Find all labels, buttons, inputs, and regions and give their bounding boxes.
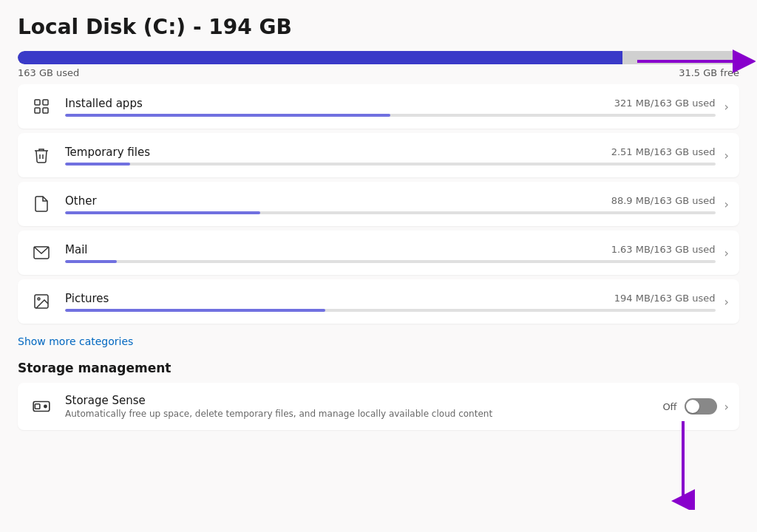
storage-sense-chevron: › — [724, 400, 729, 414]
page-container: Local Disk (C:) - 194 GB 163 GB used 31.… — [0, 0, 757, 532]
category-name-row: Installed apps 321 MB/163 GB used — [65, 97, 716, 110]
category-chevron: › — [724, 100, 729, 114]
page-title: Local Disk (C:) - 194 GB — [18, 15, 739, 39]
category-bar-track — [65, 211, 716, 214]
category-content: Mail 1.63 MB/163 GB used — [65, 243, 716, 263]
category-chevron: › — [724, 295, 729, 309]
show-more-categories[interactable]: Show more categories — [18, 335, 133, 347]
storage-used-label: 163 GB used — [18, 67, 79, 78]
category-name: Pictures — [65, 292, 109, 305]
category-chevron: › — [724, 246, 729, 260]
storage-sense-desc: Automatically free up space, delete temp… — [65, 409, 662, 419]
storage-sense-content: Storage Sense Automatically free up spac… — [65, 394, 662, 419]
categories-list: Installed apps 321 MB/163 GB used › Temp… — [18, 84, 739, 324]
category-bar-track — [65, 163, 716, 166]
category-name: Installed apps — [65, 97, 143, 110]
category-name-row: Temporary files 2.51 MB/163 GB used — [65, 146, 716, 159]
category-name-row: Mail 1.63 MB/163 GB used — [65, 243, 716, 256]
storage-sense-item[interactable]: Storage Sense Automatically free up spac… — [18, 383, 739, 430]
category-item[interactable]: Other 88.9 MB/163 GB used › — [18, 182, 739, 226]
category-bar-track — [65, 260, 716, 263]
category-content: Installed apps 321 MB/163 GB used — [65, 97, 716, 117]
category-bar-track — [65, 309, 716, 312]
storage-bar-track — [18, 51, 739, 64]
storage-management-title: Storage management — [18, 361, 739, 375]
storage-labels: 163 GB used 31.5 GB free — [18, 67, 739, 78]
svg-rect-4 — [35, 108, 40, 113]
category-name: Mail — [65, 243, 87, 256]
category-name-row: Other 88.9 MB/163 GB used — [65, 194, 716, 208]
svg-point-8 — [38, 298, 40, 300]
category-item[interactable]: Temporary files 2.51 MB/163 GB used › — [18, 133, 739, 177]
svg-rect-5 — [43, 108, 48, 113]
category-size: 1.63 MB/163 GB used — [611, 244, 716, 255]
toggle-thumb — [686, 400, 699, 413]
svg-point-11 — [44, 405, 47, 407]
category-bar-fill — [65, 309, 325, 312]
category-content: Other 88.9 MB/163 GB used — [65, 194, 716, 214]
category-bar-fill — [65, 163, 130, 166]
storage-sense-name: Storage Sense — [65, 394, 662, 407]
svg-rect-2 — [35, 100, 40, 105]
category-chevron: › — [724, 149, 729, 163]
file-icon — [28, 191, 55, 217]
category-size: 88.9 MB/163 GB used — [611, 195, 716, 206]
storage-bar-container: 163 GB used 31.5 GB free — [18, 51, 739, 78]
category-chevron: › — [724, 197, 729, 211]
mail-icon — [28, 239, 55, 266]
category-bar-fill — [65, 211, 260, 214]
category-content: Temporary files 2.51 MB/163 GB used — [65, 146, 716, 166]
category-size: 321 MB/163 GB used — [614, 98, 716, 109]
storage-bar-fill — [18, 51, 622, 64]
category-name: Other — [65, 194, 97, 208]
storage-sense-toggle[interactable] — [685, 398, 717, 415]
toggle-label: Off — [662, 401, 676, 412]
arrow-down-annotation — [661, 421, 705, 510]
category-content: Pictures 194 MB/163 GB used — [65, 292, 716, 312]
category-item[interactable]: Mail 1.63 MB/163 GB used › — [18, 231, 739, 275]
category-name: Temporary files — [65, 146, 150, 159]
category-size: 194 MB/163 GB used — [614, 293, 716, 304]
apps-icon — [28, 93, 55, 120]
trash-icon — [28, 142, 55, 168]
picture-icon — [28, 288, 55, 315]
storage-sense-right: Off › — [662, 398, 729, 415]
storage-sense-icon — [28, 393, 55, 420]
category-name-row: Pictures 194 MB/163 GB used — [65, 292, 716, 305]
category-bar-fill — [65, 260, 117, 263]
storage-free-label: 31.5 GB free — [679, 67, 739, 78]
svg-rect-3 — [43, 100, 48, 105]
category-bar-fill — [65, 114, 390, 117]
category-item[interactable]: Pictures 194 MB/163 GB used › — [18, 279, 739, 324]
svg-rect-10 — [35, 404, 40, 409]
category-size: 2.51 MB/163 GB used — [611, 146, 716, 157]
category-item[interactable]: Installed apps 321 MB/163 GB used › — [18, 84, 739, 129]
category-bar-track — [65, 114, 716, 117]
